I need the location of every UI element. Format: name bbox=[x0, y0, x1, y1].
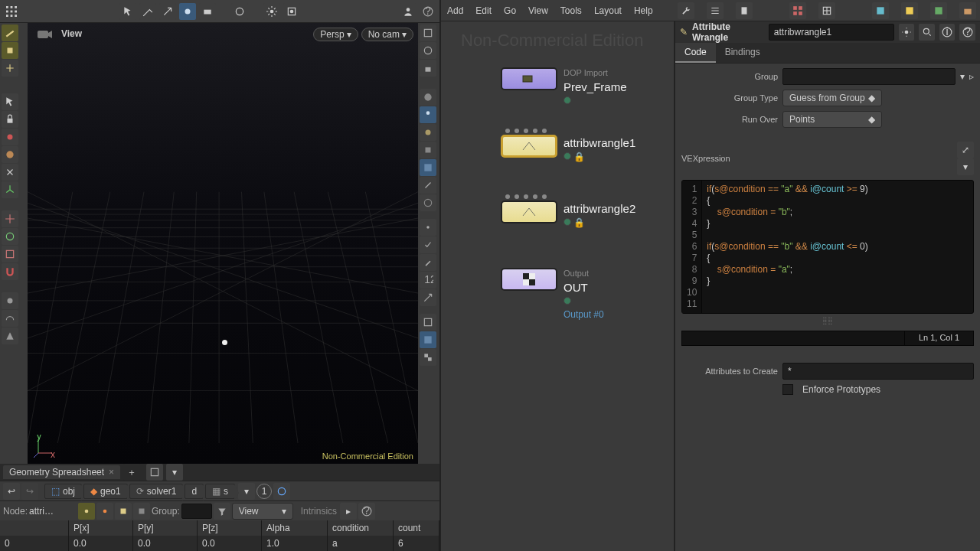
box-icon[interactable] bbox=[959, 2, 976, 19]
disp-dot-icon[interactable] bbox=[420, 219, 436, 236]
apps-icon[interactable] bbox=[3, 3, 20, 20]
pin-1-icon[interactable]: 1 bbox=[256, 484, 272, 499]
snap-icon[interactable] bbox=[179, 3, 196, 20]
node-output[interactable]: OutputOUTOutput #0 bbox=[501, 268, 557, 291]
detail-mode-icon[interactable] bbox=[133, 503, 150, 520]
grouptype-dropdown[interactable]: Guess from Group◆ bbox=[782, 90, 882, 106]
prims-mode-icon[interactable] bbox=[115, 503, 132, 520]
lock-icon[interactable] bbox=[2, 111, 18, 128]
node-wrangle2[interactable]: attribwrangle2🔒 bbox=[501, 201, 557, 223]
disp-1-icon[interactable] bbox=[420, 24, 436, 41]
help-2-icon[interactable]: ? bbox=[358, 503, 375, 520]
target-icon[interactable] bbox=[273, 483, 290, 500]
expand-icon[interactable]: ⤢ bbox=[957, 142, 974, 158]
menu-add[interactable]: Add bbox=[447, 5, 463, 16]
disp-2-icon[interactable] bbox=[420, 42, 436, 59]
points-mode-icon[interactable] bbox=[78, 503, 95, 520]
flag-icon[interactable] bbox=[872, 2, 889, 19]
menu-help[interactable]: Help bbox=[634, 5, 653, 16]
verts-mode-icon[interactable] bbox=[96, 503, 113, 520]
camera-dropdown[interactable]: No cam▾ bbox=[361, 28, 413, 41]
disp-pen-icon[interactable] bbox=[420, 254, 436, 271]
tool-select-icon[interactable] bbox=[2, 24, 18, 41]
attrs-input[interactable] bbox=[782, 363, 974, 380]
person-icon[interactable] bbox=[400, 3, 416, 20]
menu-go[interactable]: Go bbox=[504, 5, 516, 16]
max-icon[interactable] bbox=[146, 464, 163, 481]
tool-arc-icon[interactable] bbox=[2, 310, 18, 327]
group-chevron-icon[interactable]: ▾ bbox=[960, 71, 965, 82]
crumb-solver[interactable]: ⟳solver1 bbox=[129, 484, 184, 499]
menu-layout[interactable]: Layout bbox=[594, 5, 622, 16]
vex-editor[interactable]: 1234567891011 if(s@condition == "a" && i… bbox=[681, 180, 974, 314]
search-2-icon[interactable] bbox=[919, 24, 935, 41]
back-icon[interactable]: ↩ bbox=[3, 483, 20, 500]
disp-vec-icon[interactable] bbox=[420, 289, 436, 306]
magnet-icon[interactable] bbox=[2, 263, 18, 280]
tool-axes-icon[interactable] bbox=[2, 181, 18, 198]
tool-move-icon[interactable] bbox=[2, 210, 18, 227]
disp-checker-icon[interactable] bbox=[420, 349, 436, 366]
close-icon[interactable]: × bbox=[109, 467, 114, 478]
note-icon[interactable] bbox=[901, 2, 918, 19]
crumb-obj[interactable]: ⬚obj bbox=[44, 484, 82, 499]
disp-6-icon[interactable] bbox=[420, 124, 436, 141]
group-input[interactable] bbox=[181, 504, 212, 519]
tool-scale-icon[interactable] bbox=[2, 246, 18, 262]
tool-rotate-icon[interactable] bbox=[2, 228, 18, 245]
gear-icon[interactable] bbox=[263, 3, 280, 20]
tab-code[interactable]: Code bbox=[675, 43, 716, 63]
runover-dropdown[interactable]: Points◆ bbox=[782, 111, 882, 128]
disp-7-icon[interactable] bbox=[420, 142, 436, 158]
help-icon[interactable]: ? bbox=[420, 3, 436, 20]
disp-4-icon[interactable] bbox=[420, 89, 436, 106]
handle-1-icon[interactable] bbox=[139, 3, 156, 20]
display-opts-icon[interactable] bbox=[283, 3, 300, 20]
grid-icon[interactable] bbox=[818, 2, 835, 19]
menu-view[interactable]: View bbox=[528, 5, 548, 16]
node-wrangle1[interactable]: attribwrangle1🔒 bbox=[501, 135, 557, 158]
select-icon[interactable] bbox=[119, 3, 136, 20]
cursor-icon[interactable] bbox=[2, 93, 18, 110]
page-icon[interactable] bbox=[736, 2, 753, 19]
chevron-down-icon[interactable]: ▾ bbox=[166, 464, 183, 481]
circle-icon[interactable] bbox=[231, 3, 248, 20]
code-content[interactable]: if(s@condition == "a" && i@count >= 9) {… bbox=[702, 181, 872, 313]
tool-2-icon[interactable] bbox=[2, 42, 18, 59]
help-3-icon[interactable]: ? bbox=[959, 24, 975, 41]
3d-viewport[interactable]: View Persp▾ No cam▾ y x Non-Commercial E… bbox=[28, 23, 418, 464]
tool-sphere-icon[interactable] bbox=[2, 146, 18, 163]
spreadsheet-tab[interactable]: Geometry Spreadsheet× bbox=[3, 465, 120, 479]
img-icon[interactable] bbox=[930, 2, 947, 19]
add-tab-icon[interactable]: ＋ bbox=[123, 464, 140, 481]
info-icon[interactable]: i bbox=[939, 24, 956, 41]
view-dropdown[interactable]: View▾ bbox=[232, 503, 293, 520]
handle-2-icon[interactable] bbox=[159, 3, 176, 20]
tool-gear-icon[interactable] bbox=[2, 292, 18, 309]
tool-red-icon[interactable] bbox=[2, 129, 18, 145]
crumb-s[interactable]: ▦s bbox=[205, 484, 235, 499]
group-param-input[interactable] bbox=[782, 68, 956, 85]
gear-2-icon[interactable] bbox=[899, 24, 915, 41]
enforce-checkbox[interactable] bbox=[782, 384, 793, 395]
drag-handle-icon[interactable]: ⣿⣿ bbox=[681, 317, 974, 324]
crumb-drop-icon[interactable]: ▾ bbox=[238, 483, 255, 500]
tab-bindings[interactable]: Bindings bbox=[716, 43, 769, 63]
disp-10-icon[interactable] bbox=[420, 194, 436, 211]
group-select-icon[interactable]: ▹ bbox=[969, 71, 974, 82]
table-row[interactable]: 00.00.00.01.0a6 bbox=[0, 536, 439, 551]
menu-tools[interactable]: Tools bbox=[560, 5, 582, 16]
grid4-icon[interactable] bbox=[789, 2, 806, 19]
disp-lock-icon[interactable] bbox=[420, 60, 436, 77]
camera-lock-icon[interactable] bbox=[199, 3, 216, 20]
crumb-geo1[interactable]: ◆geo1 bbox=[83, 484, 128, 499]
filter-icon[interactable] bbox=[214, 503, 230, 520]
chevron-down-2-icon[interactable]: ▾ bbox=[957, 158, 974, 175]
persp-dropdown[interactable]: Persp▾ bbox=[313, 28, 358, 41]
wrench-icon[interactable] bbox=[678, 2, 694, 19]
disp-8-icon[interactable] bbox=[420, 159, 436, 176]
disp-check-icon[interactable] bbox=[420, 236, 436, 253]
intrinsics-label[interactable]: Intrinsics bbox=[301, 506, 337, 517]
crumb-d[interactable]: d bbox=[185, 484, 204, 499]
tool-3-icon[interactable] bbox=[2, 60, 18, 77]
